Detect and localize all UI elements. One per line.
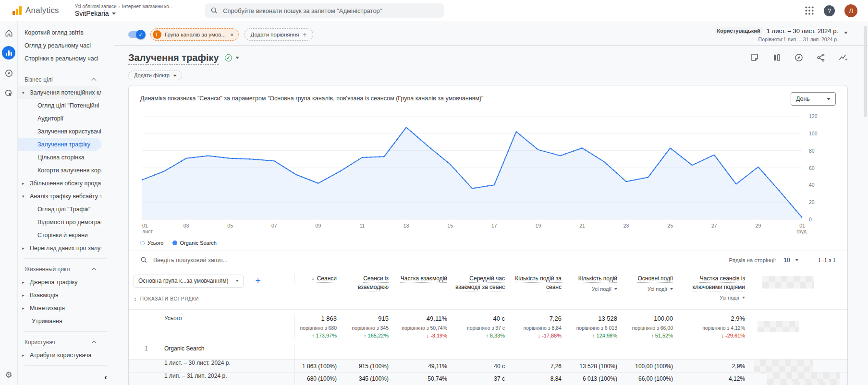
page-title[interactable]: Залучення трафіку bbox=[128, 52, 219, 63]
note-icon[interactable] bbox=[750, 53, 759, 62]
column-header[interactable]: Частка сеансів із ключовими подіямиУсі п… bbox=[673, 274, 745, 302]
granularity-select[interactable]: День bbox=[791, 92, 836, 106]
chevron-right-icon[interactable]: ▸ bbox=[22, 246, 30, 251]
table-row[interactable]: 1 лип. – 31 лип. 2024 р.680 (100%)345 (1… bbox=[129, 372, 847, 385]
column-header[interactable]: Кількість подійУсі події bbox=[562, 274, 617, 293]
column-header-label[interactable]: Частка взаємодій bbox=[401, 275, 447, 282]
report-status-menu[interactable]: ✓ bbox=[225, 54, 239, 61]
avatar[interactable]: Л bbox=[844, 4, 857, 17]
account-switcher[interactable]: Усі облікові записи › Інтернет-магазини … bbox=[75, 4, 173, 17]
table-search-input[interactable] bbox=[153, 257, 723, 264]
dimension-dropdown[interactable]: Основна група к...за умовчанням) bbox=[134, 275, 244, 288]
sidebar-item[interactable]: Залучення трафіку bbox=[18, 138, 101, 151]
metric-value-cell bbox=[447, 345, 505, 359]
chevron-right-icon[interactable]: ▸ bbox=[22, 293, 30, 298]
search-input[interactable] bbox=[223, 7, 438, 14]
sidebar-item[interactable]: ▸Джерела трафіку bbox=[18, 276, 101, 289]
column-header[interactable]: Сеанси із взаємодією bbox=[337, 274, 389, 291]
table-row[interactable]: 1Organic Search bbox=[129, 345, 847, 359]
event-filter-dropdown[interactable]: Усі події bbox=[720, 294, 745, 302]
column-header-label[interactable]: Сеанси bbox=[317, 275, 337, 282]
chevron-up-icon[interactable] bbox=[92, 268, 97, 273]
home-icon[interactable] bbox=[2, 26, 15, 39]
comparison-chip[interactable]: Г Група каналів за умов... × bbox=[150, 28, 239, 41]
explore-compass-icon[interactable] bbox=[794, 53, 804, 62]
sidebar-list: Короткий огляд звітівОгляд у реальному ч… bbox=[18, 26, 114, 366]
sidebar-item[interactable]: Когорти залучення корис... bbox=[18, 164, 101, 177]
sidebar-item[interactable]: Огляд цілі "Трафік" bbox=[18, 203, 101, 216]
sidebar-item[interactable]: Аудиторії bbox=[18, 112, 101, 125]
column-header[interactable]: ↓ Сеанси bbox=[294, 274, 337, 283]
sidebar-item[interactable]: ▸Взаємодія bbox=[18, 289, 101, 301]
chevron-up-icon[interactable] bbox=[92, 78, 97, 83]
column-header-label[interactable]: Кількість подій bbox=[578, 275, 617, 282]
rows-per-page-select[interactable]: 10 bbox=[783, 257, 798, 264]
search-bar[interactable] bbox=[205, 3, 444, 18]
column-header[interactable]: Середній час взаємодії за сеанс bbox=[447, 274, 505, 291]
legend-item-total[interactable]: Усього bbox=[140, 240, 164, 246]
column-header[interactable]: Частка взаємодій bbox=[389, 274, 447, 283]
add-filter-button[interactable]: Додати фільтр + bbox=[128, 71, 182, 80]
reports-icon[interactable] bbox=[2, 46, 15, 60]
event-filter-dropdown[interactable]: Усі події bbox=[592, 285, 617, 293]
sidebar-item[interactable]: Сторінки й екрани bbox=[18, 229, 101, 241]
column-header-label[interactable]: Основні події bbox=[637, 275, 673, 282]
settings-gear-icon[interactable]: ⚙ bbox=[0, 370, 17, 380]
sidebar-item[interactable]: Цільова сторінка bbox=[18, 151, 101, 164]
column-header[interactable]: Кількість подій за сеанс bbox=[505, 274, 562, 291]
chevron-right-icon[interactable]: ▸ bbox=[22, 181, 30, 186]
chevron-right-icon[interactable]: ▸ bbox=[22, 306, 30, 311]
chevron-down-icon bbox=[827, 98, 831, 100]
metric-value-cell bbox=[673, 345, 745, 359]
sidebar-item[interactable]: Утримання bbox=[18, 314, 101, 327]
advertising-icon[interactable] bbox=[2, 86, 15, 100]
event-filter-dropdown[interactable]: Усі події bbox=[648, 285, 673, 293]
chevron-right-icon[interactable]: ▸ bbox=[22, 353, 30, 358]
sidebar-item[interactable]: ▸Перегляд даних про залуче... bbox=[18, 241, 101, 254]
sidebar-item[interactable]: Користувач bbox=[18, 336, 101, 349]
column-header-label[interactable]: Частка сеансів із ключовими подіями bbox=[693, 275, 745, 290]
show-all-rows-button[interactable]: ↕ ПОКАЗАТИ ВСІ РЯДКИ bbox=[134, 295, 199, 303]
sidebar-item[interactable]: Залучення користувачів bbox=[18, 125, 101, 138]
comparison-bars-icon[interactable] bbox=[772, 53, 782, 62]
scrollbar[interactable] bbox=[864, 26, 867, 117]
breadcrumb-accounts[interactable]: Усі облікові записи bbox=[75, 4, 117, 9]
column-header-label[interactable]: Середній час взаємодії за сеанс bbox=[455, 275, 505, 290]
analytics-logo[interactable]: Analytics bbox=[12, 6, 59, 15]
sidebar-item[interactable]: ▾Аналіз трафіку вебсайту та/... bbox=[18, 190, 101, 203]
column-header-label[interactable]: Кількість подій за сеанс bbox=[515, 275, 562, 290]
date-range-picker[interactable]: Користувацький 1 лист. – 30 лист. 2024 р… bbox=[715, 27, 848, 42]
collapse-sidebar-button[interactable]: ‹ bbox=[104, 373, 107, 382]
property-selector[interactable]: SvitPekaria bbox=[75, 10, 173, 17]
sidebar-item[interactable]: Бізнес-цілі bbox=[18, 73, 101, 86]
sidebar-item[interactable]: ▾Залучення потенційних кліє... bbox=[18, 86, 101, 99]
comparison-toggle[interactable]: ✓ bbox=[128, 31, 145, 38]
sidebar-item[interactable]: Жизненный цикл bbox=[18, 263, 101, 276]
sidebar-item[interactable]: Короткий огляд звітів bbox=[18, 26, 101, 39]
help-icon[interactable]: ? bbox=[824, 5, 835, 16]
chevron-down-icon[interactable]: ▾ bbox=[22, 194, 30, 199]
column-header-label[interactable]: Сеанси із взаємодією bbox=[358, 275, 389, 290]
add-comparison-button[interactable]: Додати порівняння + bbox=[245, 28, 313, 41]
sidebar-item[interactable]: ▸Атрибути користувача bbox=[18, 349, 101, 361]
chevron-up-icon[interactable] bbox=[92, 341, 97, 346]
apps-grid-icon[interactable] bbox=[805, 6, 814, 15]
column-header[interactable]: Основні подіїУсі події bbox=[617, 274, 673, 293]
sidebar-item[interactable]: Огляд у реальному часі bbox=[18, 39, 101, 52]
share-icon[interactable] bbox=[816, 53, 826, 62]
table-row[interactable]: 1 лист. – 30 лист. 2024 р.1 863 (100%)91… bbox=[129, 359, 847, 372]
explore-icon[interactable] bbox=[2, 66, 15, 80]
sidebar-item[interactable]: Сторінки в реальному часі bbox=[18, 52, 101, 65]
add-dimension-button[interactable]: + bbox=[255, 274, 260, 288]
sidebar-item[interactable]: Огляд цілі "Потенційні клі... bbox=[18, 99, 101, 112]
chevron-right-icon[interactable]: ▸ bbox=[22, 280, 30, 285]
breadcrumb-org[interactable]: Інтернет-магазини ко... bbox=[122, 4, 173, 9]
sidebar-item[interactable]: Відомості про демографіч... bbox=[18, 216, 101, 229]
chevron-down-icon[interactable]: ▾ bbox=[22, 90, 30, 95]
close-icon[interactable]: × bbox=[230, 31, 234, 38]
sidebar-item[interactable]: ▸Монетизація bbox=[18, 301, 101, 314]
insights-icon[interactable] bbox=[838, 53, 848, 62]
legend-item-organic-search[interactable]: Organic Search bbox=[172, 240, 217, 246]
sidebar-item[interactable]: ▸Збільшення обсягу продажів bbox=[18, 177, 101, 190]
metric-value: 915 bbox=[378, 315, 389, 322]
